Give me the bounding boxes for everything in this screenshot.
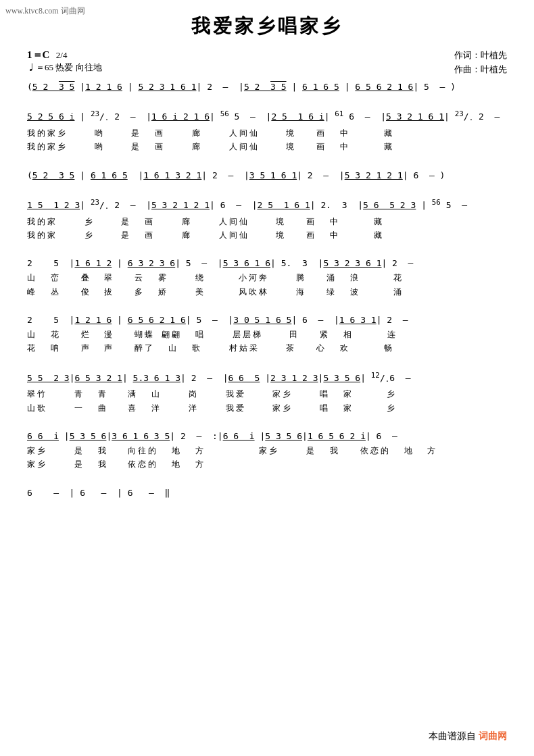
meta-left: 1＝C 2/4 ♩＝65 热爱 向往地 (27, 49, 102, 74)
key-signature: 1＝C (27, 49, 49, 60)
meta-right: 作词：叶植先 作曲：叶植先 (454, 49, 507, 77)
tempo: ♩＝65 热爱 向往地 (27, 61, 102, 74)
composer: 作曲：叶植先 (454, 63, 507, 77)
song-title: 我爱家乡唱家乡 (27, 14, 507, 39)
score-content: (5 2 3 5 |1 2 1 6 | 5 2 3 1 6 1| 2 — |5 … (27, 80, 507, 514)
score-notation: (5 2 3 5 |1 2 1 6 | 5 2 3 1 6 1| 2 — |5 … (27, 80, 507, 514)
footer: 本曲谱源自 词曲网 (429, 730, 507, 742)
watermark: www.ktvc8.com 词曲网 (5, 5, 85, 17)
footer-brand: 词曲网 (479, 730, 507, 742)
time-signature: 2/4 (56, 50, 68, 60)
meta-row: 1＝C 2/4 ♩＝65 热爱 向往地 作词：叶植先 作曲：叶植先 (27, 49, 507, 77)
footer-text: 本曲谱源自 (429, 730, 476, 742)
key-time: 1＝C 2/4 (27, 49, 102, 61)
lyricist: 作词：叶植先 (454, 49, 507, 63)
